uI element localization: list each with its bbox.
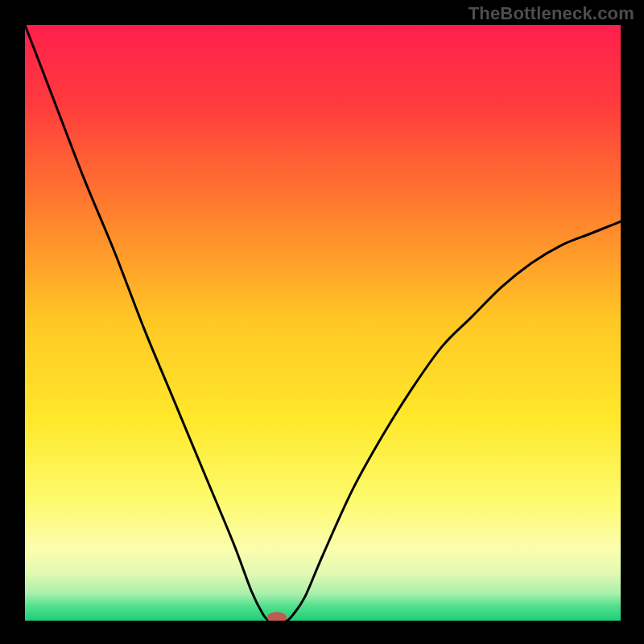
chart-frame: TheBottleneck.com xyxy=(0,0,644,644)
attribution-text: TheBottleneck.com xyxy=(469,3,634,24)
bottleneck-chart xyxy=(25,25,621,621)
gradient-background xyxy=(25,25,621,621)
plot-area xyxy=(25,25,621,621)
